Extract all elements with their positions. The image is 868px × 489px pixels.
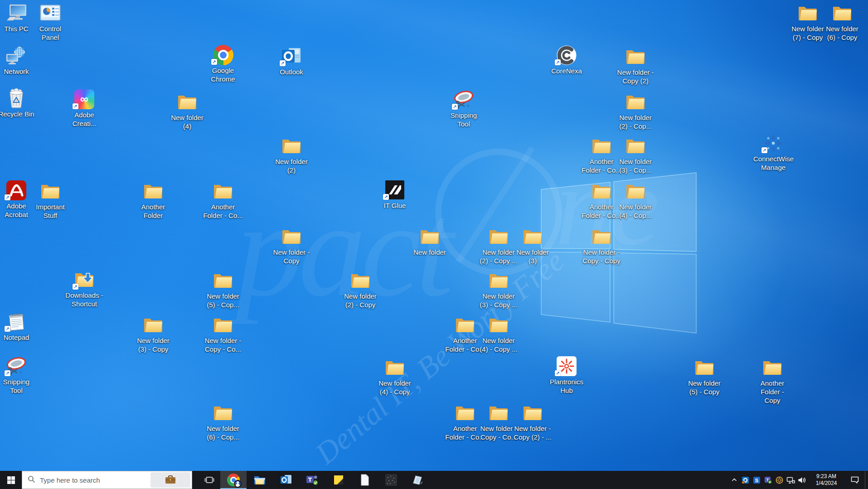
google-chrome[interactable]: ↗Google Chrome — [198, 44, 248, 83]
new-folder-3-copy-ellipsis[interactable]: New folder (3) - Copy ... — [474, 270, 524, 309]
desktop-icon-label: Google Chrome — [203, 66, 243, 83]
teams-tray-icon[interactable]: T — [762, 471, 774, 489]
folder-icon — [210, 402, 236, 424]
snipping-icon: ↗ — [4, 355, 29, 377]
file-explorer-taskbar-button[interactable] — [247, 471, 273, 489]
new-folder-copy-2[interactable]: New folder - Copy (2) — [611, 46, 660, 85]
chrome-icon: ↗ — [210, 44, 236, 66]
new-folder-4-copy-ellipsis[interactable]: New folder (4) - Copy ... — [474, 314, 524, 353]
adobe-creative-cloud[interactable]: ∞↗Adobe Creati... — [59, 88, 109, 128]
folder-icon — [829, 2, 855, 24]
folder-icon — [210, 314, 236, 336]
snipping-tool-left[interactable]: ↗Snipping Tool — [0, 355, 41, 395]
shortcut-arrow-icon: ↗ — [5, 194, 10, 200]
new-folder-4-cop[interactable]: New folder (4) - Cop... — [611, 180, 660, 220]
document-app-taskbar-button[interactable] — [352, 471, 378, 489]
downloads-shortcut[interactable]: ↗Downloads - Shortcut — [59, 269, 109, 308]
folder-icon — [589, 226, 614, 247]
desktop-icon-label: New folder — [413, 248, 446, 257]
new-folder-copy-co-1[interactable]: New folder - Copy - Co... — [198, 314, 248, 353]
folder-icon — [348, 270, 373, 291]
desktop-icon-label: Downloads - Shortcut — [64, 291, 104, 308]
shortcut-arrow-icon: ↗ — [555, 59, 561, 65]
connectwise-manage[interactable]: ↗ConnectWise Manage — [748, 132, 798, 172]
it-glue[interactable]: ↗IT Glue — [370, 179, 420, 210]
desktop-icon-label: New folder - Copy - Co... — [203, 336, 243, 353]
snip-sketch-taskbar-button[interactable] — [404, 471, 431, 489]
outlook-icon: ↗ — [279, 45, 304, 67]
desktop-icon-label: ConnectWise Manage — [753, 155, 793, 172]
shortcut-arrow-icon: ↗ — [452, 104, 458, 110]
agent-ring-tray-icon[interactable] — [774, 471, 785, 489]
new-folder-2-cop[interactable]: New folder (2) - Cop... — [611, 91, 660, 131]
desktop-icon-label: New folder (4) - Copy ... — [479, 336, 519, 353]
outlook-tray-icon[interactable] — [740, 471, 751, 489]
sticky-notes-taskbar-button[interactable] — [325, 471, 352, 489]
new-folder-4-copy[interactable]: New folder (4) - Copy — [370, 357, 420, 396]
desktop-icon-label: New folder (3) - Cop... — [616, 157, 655, 174]
task-view-button[interactable] — [199, 471, 220, 489]
desktop-icon-label: Snipping Tool — [0, 378, 36, 395]
start-button[interactable] — [0, 471, 22, 489]
desktop-icon-label: Another Folder - Copy — [752, 379, 792, 405]
new-folder-3-cop[interactable]: New folder (3) - Cop... — [611, 135, 660, 174]
search-highlight-button[interactable] — [150, 472, 190, 488]
new-folder-copy[interactable]: New folder - Copy — [267, 226, 316, 265]
desktop-icon-label: Another Folder — [133, 203, 173, 220]
new-folder-4[interactable]: New folder (4) — [162, 91, 212, 131]
svg-text:S: S — [755, 477, 758, 483]
action-center-button[interactable] — [845, 471, 865, 489]
recycle-bin[interactable]: Recycle Bin — [0, 87, 41, 118]
teams-tray-glyph: T — [764, 476, 772, 484]
new-folder-2[interactable]: New folder (2) — [267, 135, 316, 174]
security-s-tray-icon[interactable]: S — [751, 471, 762, 489]
desktop-icon-label: Notepad — [4, 333, 29, 342]
outlook-taskbar-button[interactable] — [273, 471, 299, 489]
new-folder-6-cop[interactable]: New folder (6) - Cop... — [198, 402, 248, 441]
another-folder-co-2[interactable]: Another Folder - Co... — [198, 180, 248, 220]
hidden-icons-chevron[interactable] — [728, 471, 740, 489]
new-folder-5-cop[interactable]: New folder (5) - Cop... — [198, 270, 248, 309]
outlook[interactable]: ↗Outlook — [267, 45, 316, 76]
plantronics-icon: ↗ — [554, 355, 579, 377]
new-folder-copy-2-ellipsis[interactable]: New folder - Copy (2) - ... — [508, 402, 558, 441]
teams-taskbar-button[interactable] — [299, 471, 325, 489]
show-desktop-button[interactable] — [865, 471, 868, 489]
folder-icon — [175, 91, 200, 113]
dark-app-taskbar-button[interactable] — [378, 471, 404, 489]
new-folder-copy-copy[interactable]: New folder - Copy - Copy — [577, 226, 626, 265]
desktop-icon-label: New folder (6) - Cop... — [203, 424, 243, 441]
snipping-icon: ↗ — [451, 89, 476, 111]
new-folder-5-copy[interactable]: New folder (5) - Copy — [679, 357, 729, 396]
new-folder-3[interactable]: New folder (3) — [508, 226, 558, 265]
control-panel[interactable]: Control Panel — [25, 2, 75, 42]
teams-icon — [306, 474, 319, 486]
chevron-up-icon — [731, 477, 737, 483]
desktop-icon-label: New folder (2) — [272, 157, 311, 174]
network[interactable]: Network — [0, 45, 41, 76]
another-folder[interactable]: Another Folder — [128, 180, 178, 220]
chrome-taskbar-button[interactable] — [220, 471, 247, 489]
system-tray: ST — [728, 471, 808, 489]
notepad[interactable]: ↗Notepad — [0, 311, 41, 342]
new-folder-2-copy[interactable]: New folder (2) - Copy — [335, 270, 385, 309]
important-stuff[interactable]: Important Stuff — [25, 180, 75, 220]
desktop-icon-label: Snipping Tool — [444, 111, 484, 128]
new-folder-3-copy[interactable]: New folder (3) - Copy — [128, 314, 178, 353]
new-folder[interactable]: New folder — [405, 226, 455, 257]
plantronics-hub[interactable]: ↗Plantronics Hub — [542, 355, 592, 395]
taskbar-clock[interactable]: 9:23 AM 1/4/2024 — [808, 471, 845, 489]
snipping-tool-center[interactable]: ↗Snipping Tool — [439, 89, 489, 128]
shortcut-arrow-icon: ↗ — [761, 147, 767, 153]
folder-icon — [623, 180, 648, 202]
corenexa[interactable]: ↗CoreNexa — [542, 44, 592, 75]
volume-tray-icon[interactable] — [796, 471, 808, 489]
shortcut-arrow-icon: ↗ — [280, 60, 286, 66]
shortcut-arrow-icon: ↗ — [73, 103, 78, 109]
taskbar-search[interactable]: Type here to search — [22, 471, 192, 489]
folder-icon — [692, 357, 717, 378]
new-folder-6-copy[interactable]: New folder (6) - Copy — [817, 2, 867, 42]
another-folder-copy[interactable]: Another Folder - Copy — [747, 357, 797, 405]
network-tray-icon[interactable] — [785, 471, 796, 489]
connectwise-icon: ↗ — [761, 132, 786, 154]
